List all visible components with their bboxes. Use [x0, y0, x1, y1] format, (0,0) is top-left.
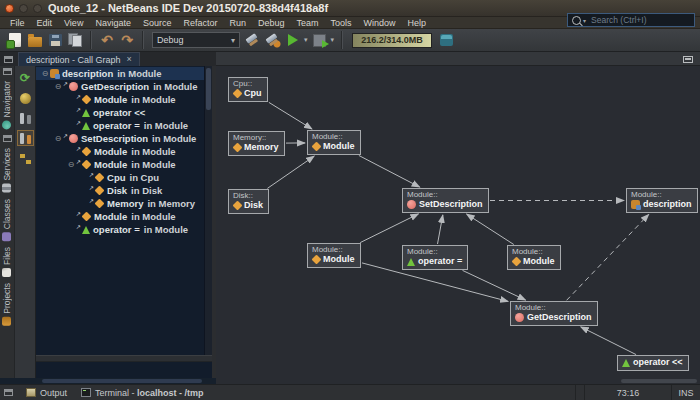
edge-getdesc-descr: [567, 214, 649, 300]
expand-tree-button[interactable]: [17, 150, 34, 166]
debug-button[interactable]: [310, 30, 330, 50]
maximize-button[interactable]: [33, 4, 42, 13]
tree-node-module[interactable]: ↗Modulein Module: [36, 145, 204, 158]
tree-node-memory[interactable]: ↗Memoryin Memory: [36, 197, 204, 210]
graph-node-getdesc[interactable]: Module::GetDescription: [510, 301, 598, 326]
minimize-button[interactable]: [19, 4, 28, 13]
menu-help[interactable]: Help: [402, 17, 433, 29]
sidebar-tab-projects[interactable]: Projects: [2, 283, 12, 326]
tree-horizontal-scrollbar[interactable]: [0, 378, 216, 384]
save-all-button[interactable]: [45, 30, 65, 50]
debug-dropdown-icon[interactable]: ▾: [331, 36, 335, 44]
undo-button[interactable]: ↶: [97, 30, 117, 50]
collapse-handle-icon[interactable]: ⊖: [53, 80, 63, 93]
collapse-handle-icon[interactable]: ⊖: [40, 67, 50, 80]
graph-node-module1[interactable]: Module::Module: [307, 130, 361, 155]
redo-button[interactable]: ↷: [117, 30, 137, 50]
tree-vertical-scrollbar[interactable]: [204, 66, 212, 355]
menu-source[interactable]: Source: [137, 17, 178, 29]
scrollbar-thumb[interactable]: [206, 68, 211, 110]
graph-node-memory[interactable]: Memory::Memory: [228, 131, 285, 156]
new-project-button[interactable]: [25, 30, 45, 50]
menu-window[interactable]: Window: [358, 17, 402, 29]
profile-button[interactable]: [436, 30, 456, 50]
tree-node-disk[interactable]: ↗Diskin Disk: [36, 184, 204, 197]
minimize-panel-icon[interactable]: [683, 56, 693, 63]
tree-node-cpu[interactable]: ↗Cpuin Cpu: [36, 171, 204, 184]
memory-indicator[interactable]: 216.2/314.0MB: [352, 33, 432, 48]
scrollbar-thumb[interactable]: [621, 379, 697, 383]
copy-button[interactable]: [65, 30, 85, 50]
config-value: Debug: [157, 35, 184, 45]
menu-edit[interactable]: Edit: [31, 17, 59, 29]
tree-node-setdescription[interactable]: ⊖↗SetDescriptionin Module: [36, 132, 204, 145]
menu-team[interactable]: Team: [291, 17, 325, 29]
tree-node-operator-[interactable]: ↗operator =in Module: [36, 223, 204, 236]
graph-node-module2[interactable]: Module::Module: [307, 243, 361, 268]
who-calls-button[interactable]: [17, 110, 34, 126]
tree-node-getdescription[interactable]: ⊖↗GetDescriptionin Module: [36, 80, 204, 93]
graph-node-descr[interactable]: Module::description: [626, 188, 698, 213]
terminal-tab[interactable]: Terminal - localhost - /tmp: [74, 385, 211, 400]
tree-node-operator-[interactable]: ↗operator =in Module: [36, 119, 204, 132]
dock-window-icon[interactable]: [4, 56, 13, 63]
graph-node-cpu[interactable]: Cpu::Cpu: [228, 77, 268, 102]
show-callers-button[interactable]: [17, 90, 34, 106]
tree-node-name: Module: [94, 159, 127, 170]
sidebar-tab-classes[interactable]: Classes: [2, 199, 12, 241]
menu-debug[interactable]: Debug: [252, 17, 291, 29]
sidebar-tab-navigator[interactable]: Navigator: [2, 81, 12, 129]
collapse-handle-icon[interactable]: ⊖: [53, 132, 63, 145]
operator-icon: [82, 226, 90, 234]
tab-call-graph[interactable]: description - Call Graph ×: [18, 52, 140, 66]
sidebar-tab-services[interactable]: Services: [2, 148, 12, 193]
new-file-button[interactable]: [5, 30, 25, 50]
node-label: operator <<: [633, 357, 683, 368]
menu-refactor[interactable]: Refactor: [177, 17, 223, 29]
menu-tools[interactable]: Tools: [325, 17, 358, 29]
clean-build-button[interactable]: [263, 30, 283, 50]
graph-node-opshl[interactable]: operator <<: [617, 355, 689, 371]
refresh-button[interactable]: ⟳: [17, 70, 34, 86]
tree-node-description[interactable]: ⊖descriptionin Module: [36, 67, 204, 80]
graph-horizontal-scrollbar[interactable]: [216, 378, 700, 384]
sidebar-tab-label: Navigator: [2, 81, 12, 117]
close-tab-icon[interactable]: ×: [127, 55, 132, 64]
main-area: NavigatorServicesClassesFilesProjects ⟳ …: [0, 66, 700, 378]
graph-node-disk[interactable]: Disk::Disk: [228, 189, 269, 214]
sidebar-tab-files[interactable]: Files: [2, 247, 12, 277]
run-button[interactable]: [283, 30, 303, 50]
graph-canvas[interactable]: Cpu::CpuMemory::MemoryModule::ModuleDisk…: [216, 66, 700, 378]
method-icon: [407, 200, 416, 209]
dock-window-icon[interactable]: [4, 389, 13, 396]
menu-view[interactable]: View: [58, 17, 89, 29]
who-is-called-button[interactable]: [17, 130, 34, 146]
tree-node-operator-[interactable]: ↗operator <<: [36, 106, 204, 119]
menu-run[interactable]: Run: [223, 17, 252, 29]
node-label: Cpu: [244, 88, 262, 99]
scrollbar-thumb[interactable]: [42, 379, 202, 383]
close-button[interactable]: [5, 4, 14, 13]
run-icon: [288, 34, 298, 46]
graph-node-opeq[interactable]: Module::operator =: [402, 245, 468, 270]
config-select[interactable]: Debug: [152, 32, 240, 48]
build-button[interactable]: [243, 30, 263, 50]
services-icon: [3, 184, 12, 193]
tree-node-context: in Cpu: [130, 172, 160, 183]
dock-window-icon[interactable]: [3, 135, 12, 142]
output-tab[interactable]: Output: [19, 385, 74, 400]
tree-node-module[interactable]: ↗Modulein Module: [36, 93, 204, 106]
menu-navigate[interactable]: Navigate: [89, 17, 137, 29]
run-dropdown-icon[interactable]: ▾: [304, 36, 308, 44]
graph-node-module3[interactable]: Module::Module: [507, 245, 561, 270]
tree-node-module[interactable]: ↗Modulein Module: [36, 210, 204, 223]
menu-file[interactable]: File: [4, 17, 31, 29]
search-input[interactable]: [589, 14, 694, 26]
dock-window-icon[interactable]: [3, 68, 12, 75]
tree-node-module[interactable]: ⊖↗Modulein Module: [36, 158, 204, 171]
tree-node-name: operator <<: [93, 107, 145, 118]
graph-node-setdesc[interactable]: Module::SetDescription: [402, 188, 489, 213]
collapse-handle-icon[interactable]: ⊖: [66, 158, 76, 171]
quick-search[interactable]: ▾: [567, 13, 695, 27]
horizontal-splitter[interactable]: [36, 355, 212, 362]
